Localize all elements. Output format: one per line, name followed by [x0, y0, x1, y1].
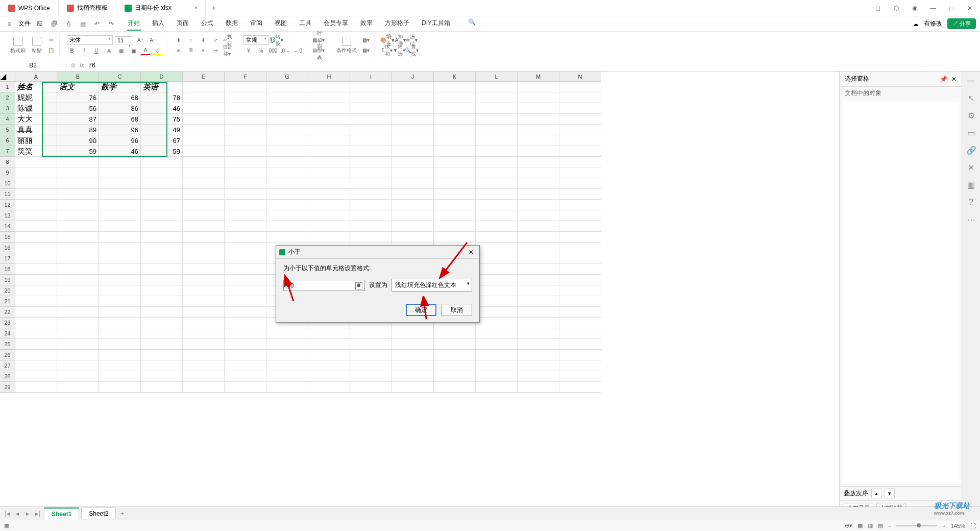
format-painter-button[interactable]: 格式刷	[8, 36, 28, 55]
cell[interactable]	[225, 82, 266, 92]
select-icon[interactable]: ↖	[966, 93, 976, 103]
cell[interactable]	[476, 103, 518, 114]
cell[interactable]	[476, 371, 518, 382]
cell[interactable]: 76	[57, 92, 99, 103]
dec-decimal-icon[interactable]: ←.0	[292, 46, 303, 55]
cell[interactable]	[183, 371, 225, 382]
cell[interactable]	[99, 200, 141, 210]
cell[interactable]	[99, 232, 141, 243]
cell[interactable]	[518, 92, 559, 103]
down-button[interactable]: ▾	[885, 489, 895, 498]
undo-icon[interactable]: ↶	[92, 19, 102, 29]
cell[interactable]: 数学	[99, 82, 141, 92]
cell[interactable]	[225, 275, 266, 285]
cell[interactable]	[57, 232, 99, 243]
cell[interactable]	[183, 200, 225, 210]
cell[interactable]	[392, 232, 434, 243]
row-header[interactable]: 11	[0, 189, 15, 200]
cell[interactable]	[476, 264, 518, 275]
cell[interactable]	[141, 243, 183, 253]
cell[interactable]	[350, 135, 392, 146]
cell[interactable]	[559, 82, 601, 92]
col-header[interactable]: I	[350, 71, 392, 82]
cell[interactable]	[518, 243, 559, 253]
cell[interactable]	[350, 146, 392, 157]
cell[interactable]	[559, 157, 601, 167]
cell[interactable]	[183, 328, 225, 339]
align-top-icon[interactable]: ⬆	[174, 36, 184, 45]
cell[interactable]	[266, 178, 308, 189]
cell[interactable]	[350, 82, 392, 92]
cell[interactable]	[518, 318, 559, 328]
row-header[interactable]: 26	[0, 350, 15, 360]
col-header[interactable]: C	[99, 71, 141, 82]
col-header[interactable]: M	[518, 71, 559, 82]
cell[interactable]	[183, 339, 225, 350]
cell[interactable]	[308, 157, 350, 167]
tab-diy[interactable]: DIY工具箱	[421, 17, 451, 31]
first-sheet-icon[interactable]: |◂	[3, 510, 11, 517]
cell[interactable]	[99, 264, 141, 275]
cell[interactable]	[266, 371, 308, 382]
cell[interactable]	[225, 103, 266, 114]
cell[interactable]	[141, 232, 183, 243]
cell[interactable]	[57, 167, 99, 178]
cell[interactable]	[225, 221, 266, 232]
cell[interactable]	[141, 157, 183, 167]
cell[interactable]	[559, 371, 601, 382]
cell[interactable]	[392, 339, 434, 350]
cell[interactable]	[141, 275, 183, 285]
cell[interactable]	[183, 221, 225, 232]
cell[interactable]	[225, 232, 266, 243]
cell[interactable]	[15, 210, 57, 221]
cell[interactable]	[476, 339, 518, 350]
cell[interactable]	[225, 371, 266, 382]
cell[interactable]	[392, 125, 434, 135]
last-sheet-icon[interactable]: ▸|	[34, 510, 42, 517]
zoom-in-icon[interactable]: +	[942, 523, 945, 529]
merge-button[interactable]: ⊟合并▾	[223, 46, 233, 55]
cell[interactable]	[518, 296, 559, 307]
row-header[interactable]: 28	[0, 371, 15, 382]
cell[interactable]	[141, 296, 183, 307]
cell[interactable]	[141, 360, 183, 371]
cell[interactable]	[183, 350, 225, 360]
col-header[interactable]: F	[225, 71, 266, 82]
row-header[interactable]: 14	[0, 221, 15, 232]
view-mode-icon[interactable]: ⊕▾	[845, 522, 852, 529]
cell[interactable]	[308, 200, 350, 210]
tab-file[interactable]: 日期年份.xlsx •	[116, 0, 206, 16]
cell[interactable]	[434, 360, 476, 371]
fx-icon[interactable]: fx	[80, 62, 84, 69]
row-header[interactable]: 15	[0, 232, 15, 243]
cell[interactable]	[225, 296, 266, 307]
cell[interactable]	[350, 189, 392, 200]
cell[interactable]	[476, 125, 518, 135]
col-header[interactable]: H	[308, 71, 350, 82]
row-header[interactable]: 16	[0, 243, 15, 253]
cell[interactable]	[559, 167, 601, 178]
cell[interactable]	[434, 167, 476, 178]
cell[interactable]	[225, 382, 266, 393]
cell[interactable]	[434, 178, 476, 189]
row-header[interactable]: 24	[0, 328, 15, 339]
row-header[interactable]: 8	[0, 157, 15, 167]
cell[interactable]	[350, 371, 392, 382]
cell[interactable]	[518, 275, 559, 285]
paste-button[interactable]: 粘贴	[30, 36, 44, 55]
view-normal-icon[interactable]: ▦	[857, 522, 863, 529]
cell[interactable]	[15, 339, 57, 350]
font-color-icon[interactable]: A	[140, 46, 151, 55]
align-bottom-icon[interactable]: ⬇	[198, 36, 208, 45]
cell[interactable]	[57, 189, 99, 200]
increase-font-icon[interactable]: A⁺	[135, 36, 145, 45]
cell[interactable]	[434, 125, 476, 135]
cell[interactable]	[308, 232, 350, 243]
font-size-select[interactable]: 11	[115, 36, 133, 44]
cell[interactable]	[141, 200, 183, 210]
cell[interactable]	[141, 285, 183, 296]
cell[interactable]	[308, 92, 350, 103]
cell[interactable]	[476, 114, 518, 125]
sheet-tab-2[interactable]: Sheet2	[81, 508, 116, 519]
col-header[interactable]: L	[476, 71, 518, 82]
